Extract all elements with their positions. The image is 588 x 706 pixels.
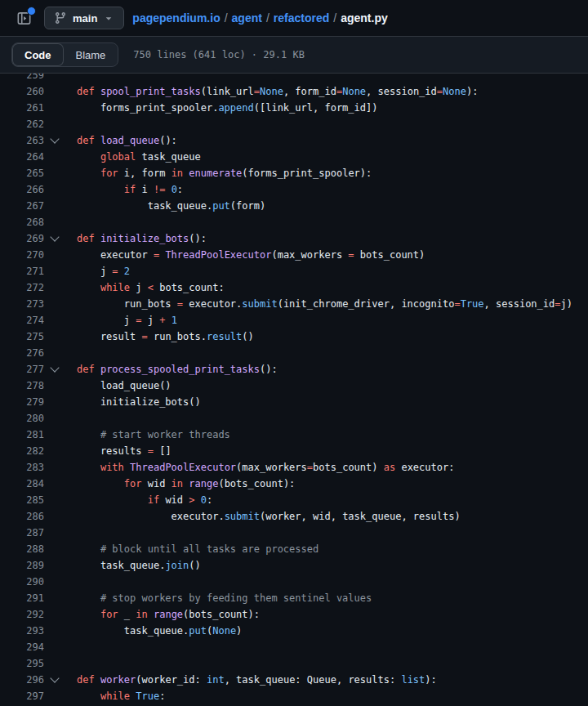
- line-number[interactable]: 271: [0, 263, 44, 279]
- line-number[interactable]: 290: [0, 574, 44, 590]
- fold-spacer: [44, 296, 65, 312]
- code-line: 263def load_queue():: [0, 132, 588, 149]
- line-number[interactable]: 297: [0, 688, 44, 704]
- fold-toggle-icon[interactable]: [44, 672, 65, 688]
- line-number[interactable]: 260: [0, 83, 44, 100]
- tab-blame[interactable]: Blame: [64, 43, 118, 66]
- code-line: 291 # stop workers by feeding them senti…: [0, 590, 588, 606]
- line-number[interactable]: 268: [0, 214, 44, 230]
- code-text: [65, 116, 77, 132]
- line-number[interactable]: 293: [0, 623, 44, 639]
- line-number[interactable]: 295: [0, 655, 44, 672]
- code-line: 268: [0, 214, 588, 230]
- breadcrumb-link[interactable]: refactored: [274, 11, 329, 25]
- fold-spacer: [44, 328, 65, 345]
- line-number[interactable]: 272: [0, 279, 44, 296]
- line-number[interactable]: 275: [0, 328, 44, 345]
- fold-spacer: [44, 639, 65, 655]
- code-line: 294: [0, 639, 588, 655]
- fold-spacer: [44, 590, 65, 606]
- code-text: task_queue.put(form): [65, 198, 265, 214]
- file-tree-toggle-button[interactable]: [11, 6, 36, 30]
- line-number[interactable]: 296: [0, 672, 44, 688]
- line-number[interactable]: 265: [0, 165, 44, 181]
- fold-spacer: [44, 74, 65, 83]
- git-branch-icon: [54, 11, 67, 25]
- code-line: 284 for wid in range(bots_count):: [0, 476, 588, 492]
- line-number[interactable]: 281: [0, 427, 44, 443]
- code-text: for _ in range(bots_count):: [65, 606, 260, 623]
- code-line: 290: [0, 574, 588, 590]
- fold-toggle-icon[interactable]: [44, 132, 65, 149]
- file-toolbar: Code Blame 750 lines (641 loc) · 29.1 KB: [0, 36, 588, 74]
- line-number[interactable]: 263: [0, 132, 44, 149]
- line-number[interactable]: 280: [0, 410, 44, 427]
- code-text: [65, 639, 77, 655]
- line-number[interactable]: 287: [0, 525, 44, 541]
- fold-spacer: [44, 655, 65, 672]
- code-line: 278 load_queue(): [0, 378, 588, 394]
- line-number[interactable]: 294: [0, 639, 44, 655]
- code-text: # start worker threads: [65, 427, 230, 443]
- line-number[interactable]: 261: [0, 100, 44, 116]
- code-text: forms_print_spooler.append([link_url, fo…: [65, 100, 377, 116]
- breadcrumb: pagependium.io/agent/refactored/agent.py: [132, 11, 387, 25]
- fold-spacer: [44, 623, 65, 639]
- code-text: for wid in range(bots_count):: [65, 476, 295, 492]
- line-number[interactable]: 291: [0, 590, 44, 606]
- breadcrumb-separator: /: [329, 11, 341, 25]
- code-text: initialize_bots(): [65, 394, 201, 410]
- code-text: result = run_bots.result(): [65, 328, 254, 345]
- tab-code[interactable]: Code: [12, 43, 64, 66]
- line-number[interactable]: 288: [0, 541, 44, 557]
- fold-toggle-icon[interactable]: [44, 361, 65, 378]
- line-number[interactable]: 269: [0, 230, 44, 247]
- fold-spacer: [44, 541, 65, 557]
- code-line: 295: [0, 655, 588, 672]
- fold-spacer: [44, 508, 65, 525]
- line-number[interactable]: 292: [0, 606, 44, 623]
- code-line: 270 executor = ThreadPoolExecutor(max_wo…: [0, 247, 588, 263]
- line-number[interactable]: 284: [0, 476, 44, 492]
- line-number[interactable]: 286: [0, 508, 44, 525]
- code-text: results = []: [65, 443, 172, 459]
- code-line: 288 # block until all tasks are processe…: [0, 541, 588, 557]
- line-number[interactable]: 279: [0, 394, 44, 410]
- fold-spacer: [44, 427, 65, 443]
- notification-dot: [27, 7, 36, 16]
- code-line: 259: [0, 74, 588, 83]
- fold-spacer: [44, 83, 65, 100]
- line-number[interactable]: 259: [0, 74, 44, 83]
- code-line: 273 run_bots = executor.submit(init_chro…: [0, 296, 588, 312]
- fold-spacer: [44, 116, 65, 132]
- code-text: run_bots = executor.submit(init_chrome_d…: [65, 296, 572, 312]
- fold-spacer: [44, 492, 65, 508]
- line-number[interactable]: 270: [0, 247, 44, 263]
- code-line: 264 global task_queue: [0, 149, 588, 165]
- fold-toggle-icon[interactable]: [44, 230, 65, 247]
- line-number[interactable]: 273: [0, 296, 44, 312]
- code-text: def worker(worker_id: int, task_queue: Q…: [65, 672, 437, 688]
- breadcrumb-link[interactable]: pagependium.io: [132, 11, 220, 25]
- code-line: 271 j = 2: [0, 263, 588, 279]
- line-number[interactable]: 289: [0, 557, 44, 574]
- line-number[interactable]: 278: [0, 378, 44, 394]
- line-number[interactable]: 282: [0, 443, 44, 459]
- fold-spacer: [44, 606, 65, 623]
- line-number[interactable]: 285: [0, 492, 44, 508]
- breadcrumb-link[interactable]: agent: [232, 11, 262, 25]
- code-text: def initialize_bots():: [65, 230, 207, 247]
- line-number[interactable]: 264: [0, 149, 44, 165]
- branch-name-label: main: [73, 12, 97, 25]
- line-number[interactable]: 276: [0, 345, 44, 361]
- file-stats: 750 lines (641 loc) · 29.1 KB: [133, 49, 305, 60]
- code-line: 269def initialize_bots():: [0, 230, 588, 247]
- code-text: task_queue.join(): [65, 557, 201, 574]
- line-number[interactable]: 262: [0, 116, 44, 132]
- line-number[interactable]: 274: [0, 312, 44, 328]
- line-number[interactable]: 283: [0, 459, 44, 476]
- line-number[interactable]: 267: [0, 198, 44, 214]
- line-number[interactable]: 277: [0, 361, 44, 378]
- branch-selector-button[interactable]: main: [44, 7, 124, 29]
- line-number[interactable]: 266: [0, 181, 44, 198]
